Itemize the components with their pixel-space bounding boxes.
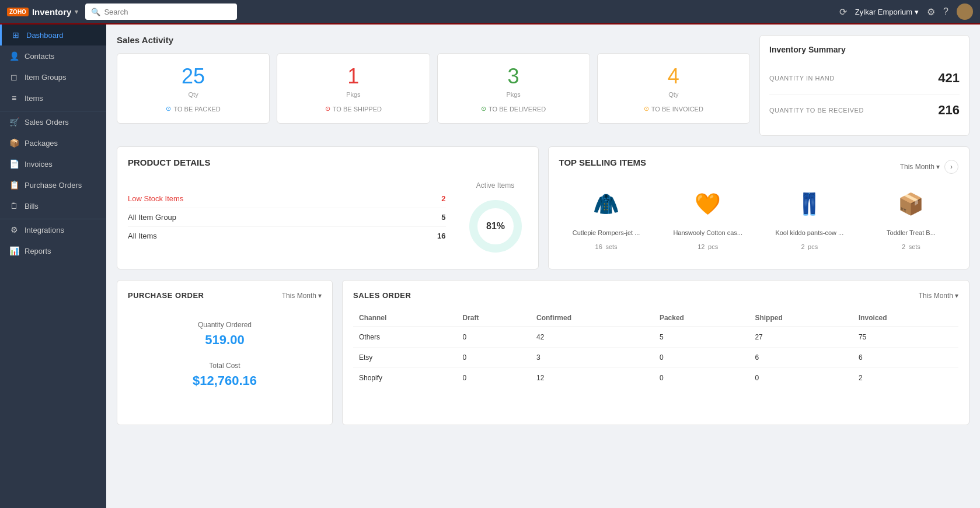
shipped-status: ⊙ TO BE SHIPPED — [325, 105, 382, 113]
po-qty-value: 519.00 — [128, 332, 322, 348]
bottom-section: PURCHASE ORDER This Month ▾ Quantity Ord… — [117, 280, 969, 425]
ts-item-1[interactable]: 🧥 Cutlepie Rompers-jet ... 16 sets — [559, 184, 654, 252]
qty-to-receive-value: 216 — [938, 103, 960, 118]
so-shipped: 27 — [749, 327, 853, 348]
ts-item-2-count: 12 pcs — [661, 239, 755, 252]
low-stock-label[interactable]: Low Stock Items — [128, 194, 183, 203]
item-group-value: 5 — [441, 213, 445, 222]
sidebar-item-label: Purchase Orders — [25, 181, 82, 190]
packed-unit: Qty — [189, 91, 198, 98]
to-be-invoiced-card[interactable]: 4 Qty ⊙ TO BE INVOICED — [597, 53, 750, 124]
to-be-shipped-card[interactable]: 1 Pkgs ⊙ TO BE SHIPPED — [277, 53, 430, 124]
invoices-icon: 📄 — [9, 159, 19, 169]
sidebar-item-label: Invoices — [25, 160, 53, 169]
ts-item-2[interactable]: 🧡 Hanswooly Cotton cas... 12 pcs — [661, 184, 755, 252]
app-dropdown-icon[interactable]: ▾ — [75, 8, 78, 16]
pd-content: Low Stock Items 2 All Item Group 5 All I… — [128, 176, 528, 258]
sidebar-item-label: Sales Orders — [25, 118, 69, 127]
sidebar-item-invoices[interactable]: 📄 Invoices — [0, 153, 106, 174]
sidebar-item-contacts[interactable]: 👤 Contacts — [0, 45, 106, 66]
sidebar-item-sales-orders[interactable]: 🛒 Sales Orders — [0, 111, 106, 132]
sidebar-item-label: Item Groups — [25, 73, 67, 82]
sidebar-item-item-groups[interactable]: ◻ Item Groups — [0, 66, 106, 87]
so-col-channel: Channel — [353, 309, 457, 327]
purchase-orders-icon: 📋 — [9, 180, 19, 190]
so-filter[interactable]: This Month ▾ — [919, 292, 958, 300]
to-be-packed-card[interactable]: 25 Qty ⊙ TO BE PACKED — [117, 53, 270, 124]
sidebar-item-label: Integrations — [25, 226, 64, 234]
help-icon[interactable]: ? — [943, 6, 948, 17]
sales-activity-title: Sales Activity — [117, 35, 750, 45]
sidebar-item-packages[interactable]: 📦 Packages — [0, 132, 106, 153]
po-cost-section: Total Cost $12,760.16 — [128, 362, 322, 388]
so-confirmed: 42 — [531, 327, 654, 348]
top-selling-title: TOP SELLING ITEMS — [559, 157, 646, 167]
sidebar: ⊞ Dashboard 👤 Contacts ◻ Item Groups ≡ I… — [0, 24, 106, 508]
so-header: SALES ORDER This Month ▾ — [353, 291, 958, 300]
ts-header: TOP SELLING ITEMS This Month ▾ › — [559, 157, 959, 176]
ts-item-1-image: 🧥 — [586, 184, 627, 225]
so-channel: Etsy — [353, 348, 457, 368]
dashboard-icon: ⊞ — [11, 30, 20, 40]
sidebar-item-label: Reports — [25, 247, 51, 255]
po-filter[interactable]: This Month ▾ — [282, 292, 322, 300]
donut-label: Active Items — [476, 181, 514, 190]
so-col-invoiced: Invoiced — [853, 309, 958, 327]
inventory-summary-title: Inventory Summary — [769, 45, 960, 54]
item-group-row: All Item Group 5 — [128, 208, 446, 227]
app-logo[interactable]: ZOHO Inventory ▾ — [7, 7, 78, 17]
sidebar-item-bills[interactable]: 🗒 Bills — [0, 195, 106, 216]
topbar-right: ⟳ Zylkar Emporium ▾ ⚙ ? — [839, 3, 973, 20]
to-be-delivered-card[interactable]: 3 Pkgs ⊙ TO BE DELIVERED — [437, 53, 590, 124]
pd-stats: Low Stock Items 2 All Item Group 5 All I… — [128, 190, 446, 245]
svg-text:81%: 81% — [486, 221, 504, 231]
po-title: PURCHASE ORDER — [128, 291, 204, 300]
top-selling-panel: TOP SELLING ITEMS This Month ▾ › 🧥 — [548, 146, 970, 269]
packages-icon: 📦 — [9, 138, 19, 148]
sidebar-item-label: Items — [25, 94, 43, 103]
ts-item-4-name: Toddler Treat B... — [864, 229, 958, 236]
sidebar-item-purchase-orders[interactable]: 📋 Purchase Orders — [0, 174, 106, 195]
product-details-title: PRODUCT DETAILS — [128, 157, 528, 167]
search-bar[interactable]: 🔍 — [85, 3, 237, 20]
activity-cards: 25 Qty ⊙ TO BE PACKED 1 Pkgs ⊙ TO BE SHI… — [117, 53, 750, 124]
top-selling-filter[interactable]: This Month ▾ — [900, 163, 940, 171]
sidebar-item-dashboard[interactable]: ⊞ Dashboard — [0, 24, 106, 45]
reports-icon: 📊 — [9, 246, 19, 255]
top-section: Sales Activity 25 Qty ⊙ TO BE PACKED 1 P… — [117, 35, 969, 136]
sidebar-item-integrations[interactable]: ⚙ Integrations — [0, 219, 106, 240]
settings-icon[interactable]: ⚙ — [927, 6, 935, 17]
sidebar-item-label: Contacts — [25, 52, 54, 61]
qty-in-hand-row: QUANTITY IN HAND 421 — [769, 62, 960, 94]
sidebar-item-reports[interactable]: 📊 Reports — [0, 240, 106, 261]
search-input[interactable] — [104, 8, 221, 16]
delivered-unit: Pkgs — [506, 91, 520, 98]
sidebar-item-label: Dashboard — [26, 31, 64, 40]
invoiced-number: 4 — [668, 64, 679, 89]
contacts-icon: 👤 — [9, 51, 19, 61]
ts-item-3[interactable]: 👖 Kool kiddo pants-cow ... 2 pcs — [762, 184, 857, 252]
ts-item-4[interactable]: 📦 Toddler Treat B... 2 sets — [864, 184, 958, 252]
avatar[interactable] — [957, 3, 973, 20]
sidebar-item-items[interactable]: ≡ Items — [0, 87, 106, 108]
low-stock-value: 2 — [441, 194, 445, 203]
ts-item-3-count: 2 pcs — [762, 239, 857, 252]
sidebar-item-label: Packages — [25, 139, 58, 148]
po-content: Quantity Ordered 519.00 Total Cost $12,7… — [128, 309, 322, 414]
main-content: Sales Activity 25 Qty ⊙ TO BE PACKED 1 P… — [106, 24, 980, 508]
history-icon[interactable]: ⟳ — [839, 6, 847, 17]
so-draft: 0 — [457, 348, 531, 368]
org-name[interactable]: Zylkar Emporium ▾ — [855, 8, 919, 16]
ts-item-2-name: Hanswooly Cotton cas... — [661, 229, 755, 236]
donut-chart: 81% — [463, 194, 528, 258]
item-group-label: All Item Group — [128, 213, 176, 222]
sidebar-item-label: Bills — [25, 202, 39, 211]
ts-next-btn[interactable]: › — [944, 160, 958, 174]
item-groups-icon: ◻ — [9, 72, 19, 82]
po-cost-label: Total Cost — [128, 362, 322, 370]
so-col-confirmed: Confirmed — [531, 309, 654, 327]
inventory-summary-panel: Inventory Summary QUANTITY IN HAND 421 Q… — [759, 35, 969, 136]
po-cost-value: $12,760.16 — [128, 373, 322, 388]
sales-order-table: Channel Draft Confirmed Packed Shipped I… — [353, 309, 958, 388]
ts-item-1-name: Cutlepie Rompers-jet ... — [559, 229, 654, 236]
